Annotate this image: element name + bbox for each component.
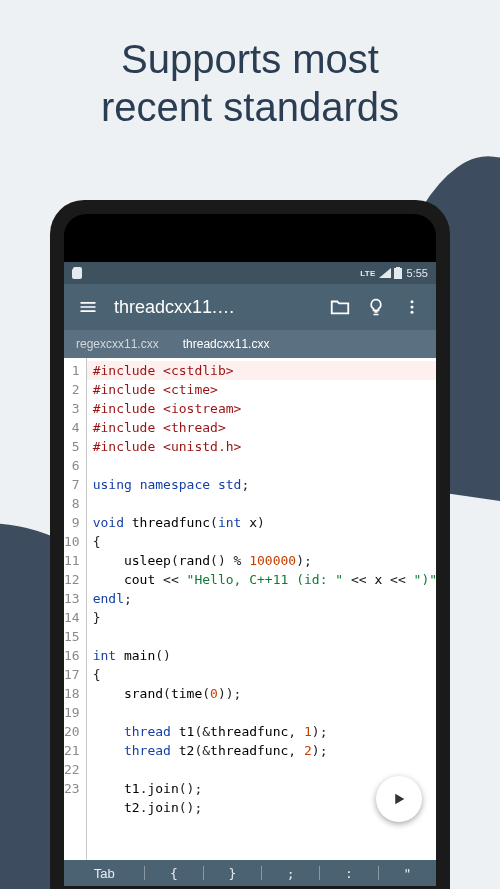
key-tab[interactable]: Tab xyxy=(64,866,144,881)
signal-icon xyxy=(379,268,391,278)
battery-icon xyxy=(394,267,402,279)
run-button[interactable] xyxy=(376,776,422,822)
bulb-icon xyxy=(366,297,386,317)
key-semicolon[interactable]: ; xyxy=(262,866,319,881)
play-icon xyxy=(390,790,408,808)
tab-regexcxx11[interactable]: regexcxx11.cxx xyxy=(64,330,171,358)
tab-label: regexcxx11.cxx xyxy=(76,337,159,351)
tab-threadcxx11[interactable]: threadcxx11.cxx xyxy=(171,330,282,358)
device-screen: LTE 5:55 threadcxx11.… xyxy=(64,262,436,886)
sd-card-icon xyxy=(72,267,82,279)
toolbar-title: threadcxx11.… xyxy=(106,297,322,318)
line-number-gutter: 1234567891011121314151617181920212223 xyxy=(64,358,87,860)
key-brace-open[interactable]: { xyxy=(145,866,202,881)
key-colon[interactable]: : xyxy=(320,866,377,881)
status-clock: 5:55 xyxy=(407,267,428,279)
hint-button[interactable] xyxy=(358,289,394,325)
menu-button[interactable] xyxy=(70,289,106,325)
network-lte-label: LTE xyxy=(360,269,375,278)
overflow-button[interactable] xyxy=(394,289,430,325)
tab-label: threadcxx11.cxx xyxy=(183,337,270,351)
promo-headline: Supports most recent standards xyxy=(0,35,500,131)
status-bar: LTE 5:55 xyxy=(64,262,436,284)
open-folder-button[interactable] xyxy=(322,289,358,325)
code-editor[interactable]: 1234567891011121314151617181920212223 #i… xyxy=(64,358,436,860)
svg-point-0 xyxy=(411,300,414,303)
key-quote[interactable]: " xyxy=(379,866,436,881)
svg-point-1 xyxy=(411,306,414,309)
symbol-bar: Tab { } ; : " xyxy=(64,860,436,886)
hamburger-icon xyxy=(78,297,98,317)
device-frame: LTE 5:55 threadcxx11.… xyxy=(50,200,450,889)
dots-vertical-icon xyxy=(403,298,421,316)
folder-icon xyxy=(329,296,351,318)
app-toolbar: threadcxx11.… xyxy=(64,284,436,330)
file-tabstrip: regexcxx11.cxx threadcxx11.cxx xyxy=(64,330,436,358)
svg-point-2 xyxy=(411,311,414,314)
device-bezel: LTE 5:55 threadcxx11.… xyxy=(64,214,436,886)
key-brace-close[interactable]: } xyxy=(204,866,261,881)
